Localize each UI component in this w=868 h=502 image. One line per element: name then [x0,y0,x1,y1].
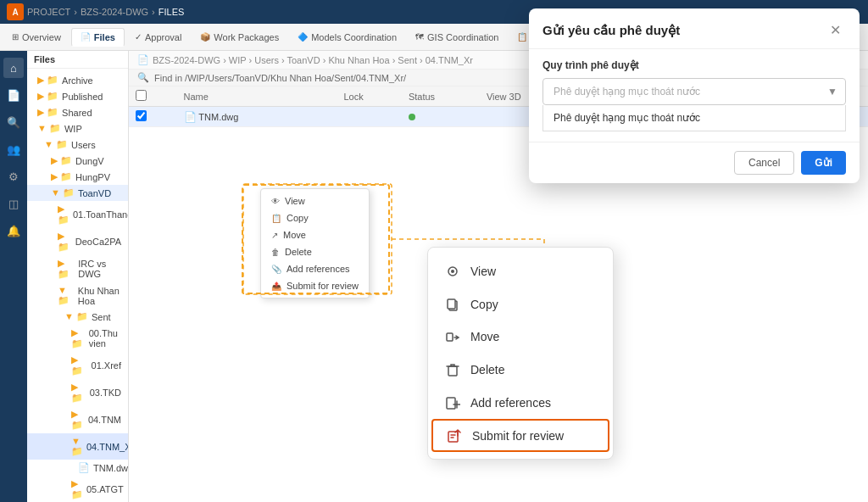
breadcrumb-code[interactable]: BZS-2024-DWG [81,7,148,17]
breadcrumb-section[interactable]: FILES [159,7,185,17]
left-icon-search[interactable]: 🔍 [3,112,24,132]
sidebar-item-01toan[interactable]: ▶ 📁 01.ToanThang [27,201,128,228]
models-icon: 🔷 [298,32,308,42]
breadcrumb-sep2: › [152,7,155,17]
large-menu-copy[interactable]: Copy [428,287,613,321]
large-menu-add-references[interactable]: Add references [428,386,613,419]
sidebar-item-deoca2pa[interactable]: ▶ 📁 DeoCa2PA [27,228,128,255]
search-text: Find in /WIP/Users/ToanVD/Khu Nhan Hoa/S… [154,73,406,83]
sidebar-section: ▶ 📁 Archive ▶ 📁 Published ▶ 📁 Shared ▼ 📁… [27,69,128,502]
large-view-icon [445,263,460,279]
tnm-dwg-label: TNM.dwg [93,463,129,473]
sidebar-item-irc-dwg[interactable]: ▶ 📁 IRC vs DWG [27,255,128,282]
large-menu-move[interactable]: Move [428,321,613,354]
large-delete-label: Delete [470,363,504,376]
sidebar-item-khu-nhan-hoa[interactable]: ▼ 📁 Khu Nhan Hoa [27,282,128,309]
approval-process-select[interactable]: Phê duyệt hạng mục thoát nước Phê duyệt … [542,78,846,105]
small-menu-submit-review[interactable]: 📤 Submit for review [261,277,369,294]
left-icon-layers[interactable]: ◫ [3,193,24,214]
gis-icon: 🗺 [415,32,424,42]
sidebar-item-hungpv[interactable]: ▶ 📁 HungPV [27,169,128,185]
sidebar-item-toanvd[interactable]: ▼ 📁 ToanVD [27,185,128,201]
published-folder-icon: ▶ 📁 [37,91,58,102]
col-name[interactable]: Name [177,86,311,107]
sidebar-item-04tnm[interactable]: ▶ 📁 04.TNM [27,406,128,433]
left-icon-settings[interactable]: ⚙ [3,166,24,187]
tab-files[interactable]: 📄 Files [71,28,125,47]
wip-label: WIP [64,124,82,134]
col-lock[interactable]: Lock [337,86,402,107]
sidebar-item-05atgt[interactable]: ▶ 📁 05.ATGT [27,476,128,502]
large-menu-view[interactable]: View [428,254,613,287]
users-label: Users [71,140,96,150]
svg-rect-9 [448,432,458,442]
files-icon: 📄 [81,32,91,42]
sidebar-item-archive[interactable]: ▶ 📁 Archive [27,72,128,88]
row-checkbox[interactable] [129,107,177,127]
dropdown-option[interactable]: Phê duyệt hạng mục thoát nước [542,105,846,131]
col-status[interactable]: Status [402,86,480,107]
select-all-checkbox[interactable] [136,90,147,101]
large-menu-submit-review[interactable]: Submit for review [431,419,609,452]
sidebar-item-dungv[interactable]: ▶ 📁 DungV [27,153,128,169]
sidebar-item-tnm-dwg[interactable]: 📄 TNM.dwg [27,460,128,476]
01xref-icon: ▶ 📁 [71,354,88,376]
sidebar-item-04tnm-xr[interactable]: ▼ 📁 04.TNM_Xr [27,433,128,460]
small-menu-delete[interactable]: 🗑 Delete [261,243,369,260]
small-add-ref-icon: 📎 [271,265,281,274]
small-move-icon: ↗ [271,231,278,240]
sidebar-item-01xref[interactable]: ▶ 📁 01.Xref [27,352,128,379]
svg-point-3 [451,270,454,273]
path-icon: 📄 [137,54,149,65]
row-type [310,107,337,127]
left-icon-panel: ⌂ 📄 🔍 👥 ⚙ ◫ 🔔 [0,51,27,502]
svg-rect-7 [448,366,457,376]
tab-approval[interactable]: ✓ Approval [126,29,190,46]
small-menu-view[interactable]: 👁 View [261,192,369,209]
status-dot [409,114,415,120]
small-menu-move[interactable]: ↗ Move [261,226,369,243]
sidebar-item-users[interactable]: ▼ 📁 Users [27,137,128,153]
path-text: BZS-2024-DWG › WIP › Users › ToanVD › Kh… [153,55,473,65]
modal-body: Quy trình phê duyệt Phê duyệt hạng mục t… [529,49,860,142]
sidebar-item-03tkd[interactable]: ▶ 📁 03.TKD [27,379,128,406]
archive-label: Archive [62,75,93,86]
tab-work-packages[interactable]: 📦 Work Packages [192,29,287,46]
small-menu-add-references[interactable]: 📎 Add references [261,260,369,277]
tab-overview[interactable]: ⊞ Overview [3,29,70,46]
small-view-label: View [285,196,305,206]
sidebar-item-00thu[interactable]: ▶ 📁 00.Thu vien [27,325,128,352]
tab-models-coordination[interactable]: 🔷 Models Coordination [289,29,405,46]
modal-submit-button[interactable]: Gửi [801,151,846,175]
archive-folder-icon: ▶ 📁 [37,75,58,86]
col-empty [310,86,337,107]
users-folder-icon: ▼ 📁 [44,139,68,150]
row-status [402,107,480,127]
04tnm-icon: ▶ 📁 [71,409,85,431]
row-select-checkbox[interactable] [136,110,147,121]
left-icon-users[interactable]: 👥 [3,139,24,159]
sidebar-item-published[interactable]: ▶ 📁 Published [27,88,128,104]
modal-close-button[interactable]: ✕ [825,20,846,40]
sidebar-item-sent[interactable]: ▼ 📁 Sent [27,309,128,325]
03tkd-icon: ▶ 📁 [71,382,86,404]
sidebar-item-shared[interactable]: ▶ 📁 Shared [27,104,128,120]
breadcrumb-project[interactable]: PROJECT [27,7,70,17]
small-menu-copy[interactable]: 📋 Copy [261,209,369,226]
modal-cancel-button[interactable]: Cancel [734,151,794,175]
tab-gis-label: GIS Coordination [427,32,498,42]
breadcrumb: PROJECT › BZS-2024-DWG › FILES [27,7,184,17]
hungpv-label: HungPV [75,172,110,182]
tab-work-packages-label: Work Packages [214,32,279,42]
left-icon-home[interactable]: ⌂ [3,58,24,78]
large-menu-delete[interactable]: Delete [428,354,613,387]
file-icon: 📄 [184,111,197,123]
tab-gis-coordination[interactable]: 🗺 GIS Coordination [407,29,507,46]
left-icon-files[interactable]: 📄 [3,85,24,105]
sidebar-item-wip[interactable]: ▼ 📁 WIP [27,120,128,137]
03tkd-label: 03.TKD [90,388,121,398]
modal-select-wrapper: Phê duyệt hạng mục thoát nước Phê duyệt … [542,78,846,105]
context-menu-large: View Copy Move [427,247,614,460]
sent-label: Sent [92,312,111,322]
left-icon-notifications[interactable]: 🔔 [3,220,24,241]
